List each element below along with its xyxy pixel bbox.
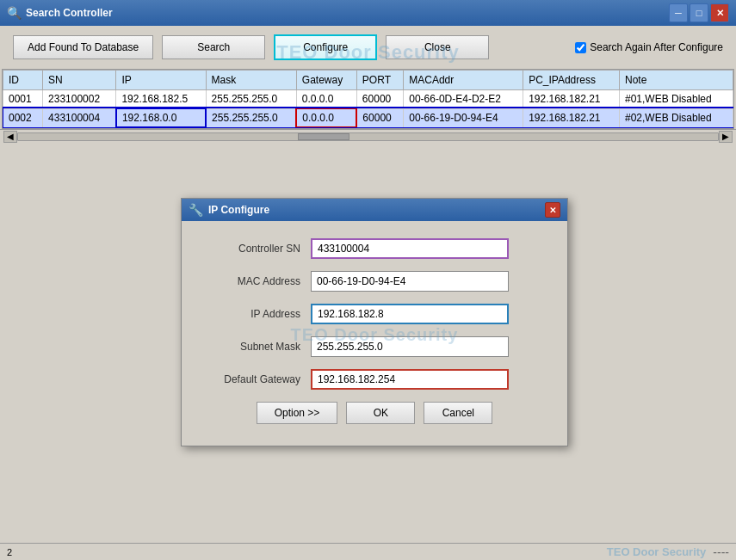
- maximize-button[interactable]: □: [690, 3, 708, 22]
- controller-sn-input[interactable]: [311, 238, 509, 259]
- mac-address-label: MAC Address: [207, 275, 311, 287]
- dialog-close-button[interactable]: ✕: [545, 202, 560, 218]
- subnet-mask-row: Subnet Mask: [207, 336, 541, 357]
- status-dots: ----: [713, 545, 729, 559]
- subnet-mask-label: Subnet Mask: [207, 341, 311, 353]
- main-window: Add Found To Database Search Configure C…: [0, 26, 736, 543]
- controller-sn-label: Controller SN: [207, 243, 311, 255]
- dialog-title-label: IP Configure: [208, 204, 269, 216]
- default-gateway-input[interactable]: [311, 369, 509, 390]
- title-bar-label: Search Controller: [26, 7, 113, 19]
- minimize-button[interactable]: ─: [669, 3, 688, 22]
- subnet-mask-input[interactable]: [311, 336, 509, 357]
- dialog-overlay: 🔧 IP Configure ✕ TEO Door Security Contr…: [0, 26, 736, 543]
- dialog-icon: 🔧: [189, 203, 203, 217]
- title-bar: 🔍 Search Controller ─ □ ✕: [0, 0, 736, 26]
- dialog-title-bar: 🔧 IP Configure ✕: [182, 199, 567, 221]
- option-button[interactable]: Option >>: [257, 402, 338, 424]
- mac-address-input[interactable]: [311, 271, 509, 292]
- status-page-number: 2: [7, 547, 12, 557]
- default-gateway-label: Default Gateway: [207, 373, 311, 385]
- default-gateway-row: Default Gateway: [207, 369, 541, 390]
- ip-address-input[interactable]: [311, 304, 509, 324]
- mac-address-row: MAC Address: [207, 271, 541, 292]
- title-bar-controls: ─ □ ✕: [669, 3, 729, 22]
- status-watermark: TEO Door Security: [607, 545, 707, 558]
- status-bar: 2 TEO Door Security ----: [0, 543, 736, 560]
- ok-button[interactable]: OK: [346, 402, 415, 424]
- cancel-button[interactable]: Cancel: [424, 402, 492, 424]
- controller-sn-row: Controller SN: [207, 238, 541, 259]
- dialog-buttons: Option >> OK Cancel: [207, 402, 541, 433]
- app-icon: 🔍: [7, 6, 21, 20]
- window-close-button[interactable]: ✕: [710, 3, 729, 22]
- ip-address-row: IP Address: [207, 304, 541, 324]
- ip-address-label: IP Address: [207, 308, 311, 320]
- dialog-body: TEO Door Security Controller SN MAC Addr…: [182, 221, 567, 446]
- ip-configure-dialog: 🔧 IP Configure ✕ TEO Door Security Contr…: [181, 198, 568, 446]
